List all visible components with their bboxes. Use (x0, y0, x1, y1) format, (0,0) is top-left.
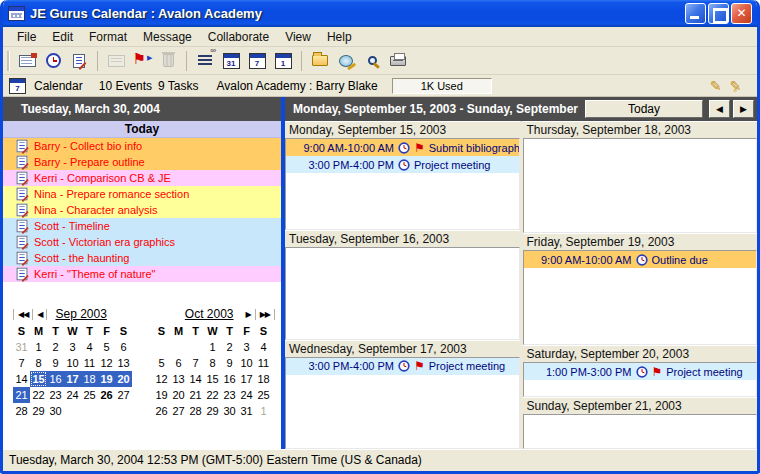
prev-year-button[interactable]: ◀◀ (13, 309, 33, 320)
mini-calendar-day[interactable]: 2 (47, 339, 64, 355)
mini-calendar-day[interactable]: 24 (238, 387, 255, 403)
mini-calendar-day[interactable]: 11 (81, 355, 98, 371)
folder-button[interactable] (307, 49, 333, 73)
event-row[interactable]: 9:00 AM-10:00 AMOutline due (524, 251, 757, 268)
task-row[interactable]: Barry - Collect bio info (3, 138, 281, 154)
mini-calendar-day[interactable]: 3 (64, 339, 81, 355)
toolbar-grip[interactable] (7, 51, 10, 71)
mini-calendar-day[interactable]: 31 (238, 403, 255, 419)
day-header[interactable]: Tuesday, September 16, 2003 (285, 230, 520, 247)
event-row[interactable]: 3:00 PM-4:00 PMProject meeting (286, 156, 519, 173)
mini-calendar-day[interactable]: 1 (30, 339, 47, 355)
day-cell[interactable]: 9:00 AM-10:00 AM⚑Submit bibliograph3:00 … (285, 138, 520, 230)
task-row[interactable]: Nina - Character analysis (3, 202, 281, 218)
mini-calendar-day[interactable]: 14 (187, 371, 204, 387)
mini-calendar-day[interactable]: 29 (204, 403, 221, 419)
mini-calendar-day[interactable]: 5 (98, 339, 115, 355)
mini-calendar-day[interactable]: 1 (204, 339, 221, 355)
month-label-right[interactable]: Oct 2003 (185, 307, 234, 321)
month-label-left[interactable]: Sep 2003 (55, 307, 106, 321)
mini-calendar-day[interactable]: 28 (187, 403, 204, 419)
mini-calendar-day[interactable]: 21 (187, 387, 204, 403)
mini-calendar-day[interactable]: 10 (238, 355, 255, 371)
mini-calendar-day[interactable]: 21 (13, 387, 30, 403)
task-row[interactable]: Barry - Prepare outline (3, 154, 281, 170)
day-view-button[interactable]: 1 (270, 49, 296, 73)
list-view-button[interactable] (192, 49, 218, 73)
mini-calendar-day[interactable]: 17 (64, 371, 81, 387)
day-header[interactable]: Saturday, September 20, 2003 (523, 345, 758, 362)
day-header[interactable]: Sunday, September 21, 2003 (523, 397, 758, 414)
menu-view[interactable]: View (277, 28, 319, 46)
day-cell[interactable] (523, 138, 758, 233)
mini-calendar-day[interactable]: 20 (115, 371, 132, 387)
task-row[interactable]: Nina - Prepare romance section (3, 186, 281, 202)
mini-calendar-day[interactable]: 7 (13, 355, 30, 371)
mini-calendar-day[interactable]: 23 (221, 387, 238, 403)
next-week-button[interactable]: ▶ (733, 100, 754, 118)
menu-edit[interactable]: Edit (44, 28, 81, 46)
flag-button[interactable] (129, 49, 155, 73)
pencil-key-icon[interactable]: ✎ (730, 78, 749, 94)
next-year-button[interactable]: ▶▶ (256, 309, 275, 320)
day-cell[interactable]: 3:00 PM-4:00 PM⚑Project meeting (285, 357, 520, 449)
mini-calendar-day[interactable]: 26 (153, 403, 170, 419)
week-view-button[interactable]: 7 (244, 49, 270, 73)
new-task-button[interactable] (66, 49, 92, 73)
search-button[interactable] (359, 49, 385, 73)
mini-calendar-day[interactable]: 15 (30, 371, 47, 387)
day-header[interactable]: Wednesday, September 17, 2003 (285, 340, 520, 357)
day-cell[interactable]: 1:00 PM-3:00 PM⚑Project meeting (523, 362, 758, 397)
month-view-button[interactable]: 31 (218, 49, 244, 73)
mini-calendar-day[interactable]: 13 (115, 355, 132, 371)
mini-calendar-day[interactable]: 3 (238, 339, 255, 355)
mini-calendar-day[interactable]: 5 (153, 355, 170, 371)
mini-calendar-day[interactable]: 15 (204, 371, 221, 387)
prev-week-button[interactable]: ◀ (709, 100, 730, 118)
maximize-button[interactable] (708, 3, 729, 24)
mini-calendar-day[interactable]: 22 (30, 387, 47, 403)
new-alarm-button[interactable] (40, 49, 66, 73)
mini-calendar-day[interactable]: 4 (255, 339, 272, 355)
mini-calendar-day[interactable]: 9 (47, 355, 64, 371)
mini-calendar-day[interactable]: 23 (47, 387, 64, 403)
mini-calendar-day[interactable]: 20 (170, 387, 187, 403)
day-cell[interactable] (285, 247, 520, 339)
day-header[interactable]: Thursday, September 18, 2003 (523, 121, 758, 138)
print-button[interactable] (385, 49, 411, 73)
mini-calendar-day[interactable]: 12 (153, 371, 170, 387)
today-button[interactable]: Today (585, 100, 703, 118)
menu-message[interactable]: Message (135, 28, 200, 46)
mini-calendar-day[interactable]: 11 (255, 355, 272, 371)
mini-calendar-day[interactable]: 14 (13, 371, 30, 387)
mini-calendar-day[interactable]: 18 (81, 371, 98, 387)
mini-calendar-day[interactable]: 9 (221, 355, 238, 371)
mini-calendar-day[interactable]: 6 (170, 355, 187, 371)
mini-calendar-day[interactable]: 29 (30, 403, 47, 419)
task-row[interactable]: Kerri - "Theme of nature" (3, 266, 281, 282)
mini-calendar-day[interactable]: 25 (81, 387, 98, 403)
day-header[interactable]: Monday, September 15, 2003 (285, 121, 520, 138)
day-cell[interactable] (523, 414, 758, 449)
mini-calendar-day[interactable]: 17 (238, 371, 255, 387)
mini-calendar-day[interactable]: 24 (64, 387, 81, 403)
mini-calendar-day[interactable]: 18 (255, 371, 272, 387)
close-button[interactable]: ✕ (731, 3, 752, 24)
next-month-button[interactable]: ▶ (242, 309, 256, 320)
task-row[interactable]: Kerri - Comparison CB & JE (3, 170, 281, 186)
mini-calendar-day[interactable]: 7 (187, 355, 204, 371)
event-row[interactable]: 9:00 AM-10:00 AM⚑Submit bibliograph (286, 139, 519, 156)
mini-calendar-day[interactable]: 27 (115, 387, 132, 403)
mini-calendar-day[interactable]: 26 (98, 387, 115, 403)
pencil-icon[interactable]: ✎ (710, 78, 722, 94)
mini-calendar-day[interactable]: 30 (221, 403, 238, 419)
event-row[interactable]: 3:00 PM-4:00 PM⚑Project meeting (286, 358, 519, 375)
mini-calendar-day[interactable]: 22 (204, 387, 221, 403)
mini-calendar-day[interactable]: 8 (30, 355, 47, 371)
mini-calendar-day[interactable]: 12 (98, 355, 115, 371)
new-event-button[interactable] (14, 49, 40, 73)
task-row[interactable]: Scott - Victorian era graphics (3, 234, 281, 250)
mini-calendar-day[interactable]: 13 (170, 371, 187, 387)
directory-lookup-button[interactable] (333, 49, 359, 73)
mini-calendar-day[interactable]: 6 (115, 339, 132, 355)
